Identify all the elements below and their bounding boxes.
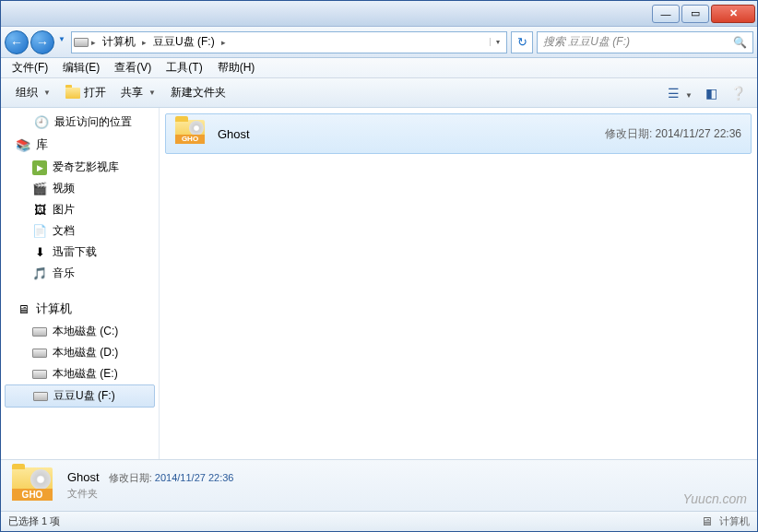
search-placeholder: 搜索 豆豆U盘 (F:) — [543, 34, 630, 50]
organize-button[interactable]: 组织▼ — [8, 82, 58, 103]
sidebar-item-iqiyi[interactable]: ▶爱奇艺影视库 — [1, 157, 159, 178]
navbar: ← → ▼ ▸ 计算机 ▸ 豆豆U盘 (F:) ▸ ▾ ↻ 搜索 豆豆U盘 (F… — [1, 27, 757, 58]
libraries-icon: 📚 — [16, 137, 30, 152]
details-date: 修改日期: 2014/11/27 22:36 — [109, 471, 234, 485]
breadcrumb-drive[interactable]: 豆豆U盘 (F:) — [149, 34, 219, 50]
explorer-window: — ▭ ✕ ← → ▼ ▸ 计算机 ▸ 豆豆U盘 (F:) ▸ ▾ ↻ 搜索 豆… — [0, 0, 758, 532]
history-dropdown[interactable]: ▼ — [56, 30, 67, 49]
preview-pane-button[interactable]: ◧ — [702, 84, 721, 102]
menu-tools[interactable]: 工具(T) — [159, 58, 209, 77]
view-options-button[interactable]: ☰ ▼ — [664, 84, 696, 102]
drive-icon — [33, 389, 48, 404]
open-button[interactable]: 打开 — [58, 82, 113, 103]
statusbar: 已选择 1 项 🖥 计算机 — [1, 511, 757, 531]
drive-icon — [32, 367, 47, 382]
minimize-button[interactable]: — — [652, 5, 680, 23]
file-date: 修改日期: 2014/11/27 22:36 — [605, 126, 741, 142]
documents-icon: 📄 — [32, 224, 47, 239]
sidebar: 🕘 最近访问的位置 📚 库 ▶爱奇艺影视库 🎬视频 🖼图片 📄文档 ⬇迅雷下载 … — [1, 108, 160, 459]
details-name: Ghost — [67, 470, 100, 484]
help-button[interactable]: ❔ — [727, 84, 750, 102]
maximize-button[interactable]: ▭ — [681, 5, 709, 23]
menu-view[interactable]: 查看(V) — [107, 58, 159, 77]
sidebar-item-documents[interactable]: 📄文档 — [1, 220, 159, 242]
address-bar[interactable]: ▸ 计算机 ▸ 豆豆U盘 (F:) ▸ ▾ — [71, 31, 507, 53]
details-pane: GHO Ghost 修改日期: 2014/11/27 22:36 文件夹 — [1, 459, 757, 511]
pictures-icon: 🖼 — [32, 203, 47, 218]
chevron-down-icon: ▼ — [148, 89, 156, 97]
status-text: 已选择 1 项 — [8, 514, 60, 528]
nav-arrows: ← → ▼ — [5, 30, 67, 54]
status-computer: 计算机 — [719, 514, 750, 528]
search-input[interactable]: 搜索 豆豆U盘 (F:) 🔍 — [537, 31, 753, 53]
breadcrumb-computer[interactable]: 计算机 — [99, 34, 139, 50]
file-item-ghost[interactable]: GHO Ghost 修改日期: 2014/11/27 22:36 — [165, 113, 752, 154]
folder-icon — [65, 86, 80, 100]
drive-icon — [74, 35, 89, 50]
sidebar-drive-d[interactable]: 本地磁盘 (D:) — [1, 342, 159, 363]
toolbar: 组织▼ 打开 共享▼ 新建文件夹 ☰ ▼ ◧ ❔ — [1, 78, 757, 108]
gho-folder-icon: GHO — [175, 120, 208, 148]
sidebar-item-music[interactable]: 🎵音乐 — [1, 263, 159, 284]
menubar: 文件(F) 编辑(E) 查看(V) 工具(T) 帮助(H) — [1, 58, 757, 78]
titlebar: — ▭ ✕ — [1, 1, 757, 27]
menu-file[interactable]: 文件(F) — [5, 58, 55, 77]
chevron-right-icon[interactable]: ▸ — [139, 38, 149, 47]
chevron-right-icon[interactable]: ▸ — [219, 38, 229, 47]
menu-help[interactable]: 帮助(H) — [210, 58, 263, 77]
gho-folder-icon: GHO — [12, 467, 56, 504]
back-button[interactable]: ← — [5, 30, 29, 54]
sidebar-libraries[interactable]: 📚 库 — [1, 133, 159, 157]
sidebar-computer[interactable]: 🖥 计算机 — [1, 297, 159, 321]
sidebar-item-pictures[interactable]: 🖼图片 — [1, 199, 159, 220]
file-list[interactable]: GHO Ghost 修改日期: 2014/11/27 22:36 — [160, 108, 757, 459]
computer-icon: 🖥 — [699, 514, 714, 529]
close-button[interactable]: ✕ — [711, 5, 755, 23]
sidebar-drive-e[interactable]: 本地磁盘 (E:) — [1, 363, 159, 384]
new-folder-button[interactable]: 新建文件夹 — [163, 82, 233, 103]
sidebar-drive-f[interactable]: 豆豆U盘 (F:) — [5, 384, 155, 408]
drive-icon — [32, 346, 47, 361]
sidebar-recent[interactable]: 🕘 最近访问的位置 — [1, 112, 159, 133]
details-type: 文件夹 — [67, 487, 233, 501]
address-dropdown[interactable]: ▾ — [490, 38, 504, 46]
sidebar-drive-c[interactable]: 本地磁盘 (C:) — [1, 321, 159, 342]
computer-icon: 🖥 — [16, 301, 30, 316]
music-icon: 🎵 — [32, 266, 47, 281]
sidebar-item-xunlei[interactable]: ⬇迅雷下载 — [1, 242, 159, 263]
recent-icon: 🕘 — [34, 115, 49, 130]
video-icon: 🎬 — [32, 182, 47, 196]
menu-edit[interactable]: 编辑(E) — [55, 58, 107, 77]
body-area: 🕘 最近访问的位置 📚 库 ▶爱奇艺影视库 🎬视频 🖼图片 📄文档 ⬇迅雷下载 … — [1, 108, 757, 459]
file-name: Ghost — [218, 127, 250, 141]
app-icon: ▶ — [32, 160, 47, 175]
drive-icon — [32, 325, 47, 339]
refresh-button[interactable]: ↻ — [511, 31, 533, 53]
share-button[interactable]: 共享▼ — [113, 82, 163, 103]
forward-button[interactable]: → — [30, 30, 54, 54]
chevron-right-icon[interactable]: ▸ — [89, 38, 99, 47]
watermark: Yuucn.com — [682, 491, 747, 506]
chevron-down-icon: ▼ — [43, 89, 51, 97]
sidebar-item-videos[interactable]: 🎬视频 — [1, 178, 159, 199]
search-icon[interactable]: 🔍 — [733, 36, 747, 49]
download-icon: ⬇ — [32, 245, 47, 260]
